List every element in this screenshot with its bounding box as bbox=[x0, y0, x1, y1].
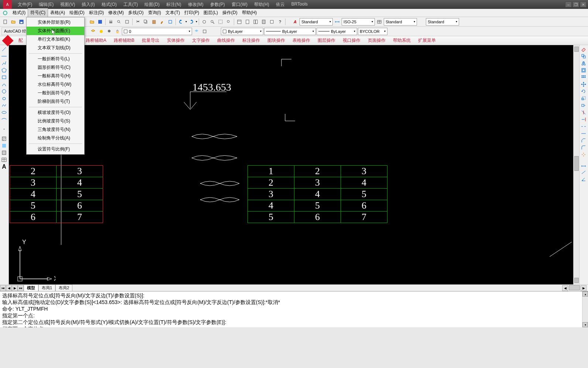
calc-button[interactable] bbox=[260, 18, 267, 26]
menu2-print[interactable]: 打印(P) bbox=[182, 9, 201, 17]
color-combo[interactable]: ByLayer▾ bbox=[221, 28, 263, 35]
explode-tool[interactable] bbox=[580, 151, 588, 158]
region-tool[interactable] bbox=[0, 149, 8, 156]
menu-draw[interactable]: 绘图(D) bbox=[141, 0, 163, 9]
menu2-symbol[interactable]: 符号(C) bbox=[28, 8, 48, 17]
dim-linear-tool[interactable] bbox=[580, 162, 588, 168]
redo-button[interactable] bbox=[188, 18, 195, 26]
scroll-up-button[interactable] bbox=[574, 47, 579, 52]
scroll-down-button[interactable] bbox=[574, 278, 579, 283]
cs-page[interactable]: 页面操作 bbox=[364, 36, 389, 45]
dd-ratio[interactable]: 比例坡度符号(S) bbox=[27, 117, 84, 125]
scale-tool[interactable] bbox=[580, 95, 588, 102]
props-button[interactable] bbox=[236, 18, 243, 26]
array-tool[interactable] bbox=[580, 74, 588, 81]
dimstyle-combo[interactable]: ISO-25▾ bbox=[342, 18, 375, 26]
zoom-window-button[interactable] bbox=[217, 18, 224, 26]
redo-dropdown[interactable]: ▾ bbox=[196, 20, 197, 23]
menu2-table[interactable]: 表格(A) bbox=[48, 9, 67, 17]
plotstyle-combo[interactable]: BYCOLOR▾ bbox=[358, 28, 387, 35]
tab-next-button[interactable]: ▶ bbox=[12, 285, 18, 291]
table-tool[interactable] bbox=[0, 156, 8, 163]
menu-tools[interactable]: 工具(T) bbox=[120, 0, 141, 9]
menu-view[interactable]: 视图(V) bbox=[57, 0, 78, 9]
cmd-scrollbar[interactable]: ▴ ▾ bbox=[582, 291, 588, 327]
hscroll-left[interactable]: ◀ bbox=[562, 285, 568, 291]
pan-button[interactable] bbox=[201, 18, 208, 26]
menu2-text[interactable]: 文本(T) bbox=[163, 9, 182, 17]
ellipse-tool[interactable] bbox=[0, 109, 8, 116]
layer-props-button[interactable] bbox=[89, 28, 97, 35]
preview-button[interactable] bbox=[115, 18, 123, 26]
textstyle-icon[interactable]: A bbox=[291, 18, 299, 26]
zoom-prev-button[interactable] bbox=[225, 18, 232, 26]
rotate-tool[interactable] bbox=[580, 88, 588, 95]
layer-combo[interactable]: 0▾ bbox=[122, 28, 192, 35]
dd-rect[interactable]: 实体外部矩形(R) bbox=[27, 18, 84, 27]
lineweight-combo[interactable]: ByLayer▾ bbox=[317, 28, 357, 35]
tablestyle-icon[interactable] bbox=[376, 18, 383, 26]
layer-lock-button[interactable] bbox=[114, 28, 121, 35]
menu-help[interactable]: 帮助(H) bbox=[251, 0, 272, 9]
point-tool[interactable]: · bbox=[0, 126, 8, 132]
mlstyle-combo[interactable]: Standard▾ bbox=[426, 18, 459, 26]
line-tool[interactable] bbox=[0, 46, 8, 53]
ellipsearc-tool[interactable] bbox=[0, 116, 8, 123]
undo-button[interactable] bbox=[177, 18, 185, 26]
cs-help[interactable]: 帮助系统 bbox=[389, 36, 414, 45]
tab-model[interactable]: 模型 bbox=[24, 284, 38, 291]
menu-param[interactable]: 参数(P) bbox=[207, 0, 228, 9]
revcloud-tool[interactable] bbox=[0, 95, 8, 102]
menu-file[interactable]: 文件(F) bbox=[15, 0, 35, 9]
dd-elev[interactable]: 一般标高符号(H) bbox=[27, 72, 84, 80]
offset-tool[interactable] bbox=[580, 67, 588, 74]
cs-viewport[interactable]: 视口操作 bbox=[339, 36, 364, 45]
dim-aligned-tool[interactable] bbox=[580, 169, 588, 175]
menu2-modify[interactable]: 修改(M) bbox=[106, 9, 126, 17]
mtext-tool[interactable]: A bbox=[0, 163, 8, 170]
dd-textbox[interactable]: 单行文本加框(K) bbox=[27, 35, 84, 44]
gradient-tool[interactable] bbox=[0, 142, 8, 149]
scroll-thumb[interactable] bbox=[574, 156, 579, 171]
cs-dim[interactable]: 标注操作 bbox=[239, 36, 264, 45]
zoom-button[interactable] bbox=[209, 18, 216, 26]
circle-tool[interactable] bbox=[0, 88, 8, 95]
tab-last-button[interactable]: ⏭ bbox=[18, 285, 24, 291]
textstyle-combo[interactable]: Standard▾ bbox=[300, 18, 333, 26]
layer-prev-button[interactable] bbox=[193, 28, 200, 35]
hscroll-thumb[interactable] bbox=[569, 285, 580, 290]
layer-freeze-button[interactable]: ❄ bbox=[106, 28, 113, 35]
cs-curve[interactable]: 曲线操作 bbox=[213, 36, 239, 45]
canvas-vscrollbar[interactable] bbox=[573, 45, 579, 284]
undo-dropdown[interactable]: ▾ bbox=[185, 20, 187, 23]
polygon-tool[interactable] bbox=[0, 67, 8, 74]
save2-button[interactable] bbox=[96, 18, 104, 26]
mirror-tool[interactable] bbox=[580, 60, 588, 67]
menu-insert[interactable]: 插入(I) bbox=[79, 0, 98, 9]
new-button[interactable] bbox=[1, 18, 9, 26]
save-button[interactable] bbox=[18, 18, 25, 26]
tab-first-button[interactable]: ⏮ bbox=[0, 285, 6, 291]
linetype-combo[interactable]: ByLayer▾ bbox=[264, 28, 316, 35]
stretch-tool[interactable] bbox=[580, 102, 588, 109]
pline-tool[interactable] bbox=[0, 60, 8, 67]
dd-underline[interactable]: 文本双下划线(D) bbox=[27, 44, 84, 52]
menu2-query[interactable]: 查询(I) bbox=[146, 9, 163, 17]
menu2-format[interactable]: 格式(I) bbox=[10, 9, 28, 17]
cs-entity[interactable]: 实体操作 bbox=[163, 36, 188, 45]
drawing-canvas[interactable]: 1453.653 23 34 45 56 67 bbox=[9, 45, 573, 284]
dd-tri[interactable]: 三角坡度符号(N) bbox=[27, 125, 84, 134]
open2-button[interactable] bbox=[88, 18, 96, 26]
cmd-scroll-down[interactable]: ▾ bbox=[582, 322, 588, 327]
tool-palette-button[interactable] bbox=[252, 18, 259, 26]
extend-tool[interactable] bbox=[580, 116, 588, 123]
cs-ext[interactable]: 扩展菜单 bbox=[414, 36, 440, 45]
menu-edit[interactable]: 编辑(E) bbox=[36, 0, 57, 9]
dd-circbreak[interactable]: 圆形折断符号(C) bbox=[27, 63, 84, 72]
dim-angular-tool[interactable] bbox=[580, 176, 588, 182]
menu2-op[interactable]: 操作(D) bbox=[220, 9, 240, 17]
help-button[interactable]: ? bbox=[276, 18, 284, 26]
cs-text[interactable]: 文字操作 bbox=[188, 36, 213, 45]
cs-layer[interactable]: 图层操作 bbox=[314, 36, 339, 45]
publish-button[interactable] bbox=[123, 18, 131, 26]
